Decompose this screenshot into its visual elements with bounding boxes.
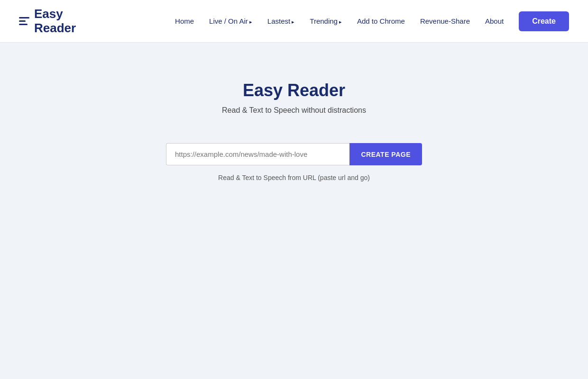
main-content: Easy Reader Read & Text to Speech withou…: [0, 43, 588, 181]
logo-text: EasyReader: [34, 7, 76, 36]
nav-about[interactable]: About: [485, 17, 504, 25]
header: EasyReader Home Live / On Air Lastest Tr…: [0, 0, 588, 43]
nav-home[interactable]: Home: [175, 17, 194, 25]
nav-revenue-share[interactable]: Revenue-Share: [420, 17, 470, 25]
hero-subtitle: Read & Text to Speech without distractio…: [222, 106, 366, 115]
nav-trending[interactable]: Trending: [310, 17, 342, 25]
main-nav: Home Live / On Air Lastest Trending Add …: [175, 17, 504, 25]
url-form: CREATE PAGE: [166, 143, 422, 165]
nav-live[interactable]: Live / On Air: [209, 17, 252, 25]
hero-title: Easy Reader: [243, 81, 345, 100]
logo-icon: [19, 17, 29, 25]
url-helper-text: Read & Text to Speech from URL (paste ur…: [218, 174, 370, 181]
create-button[interactable]: Create: [519, 11, 569, 31]
create-page-button[interactable]: CREATE PAGE: [349, 143, 422, 165]
url-input[interactable]: [166, 143, 349, 165]
nav-add-to-chrome[interactable]: Add to Chrome: [357, 17, 405, 25]
logo[interactable]: EasyReader: [19, 7, 76, 36]
nav-lastest[interactable]: Lastest: [267, 17, 294, 25]
